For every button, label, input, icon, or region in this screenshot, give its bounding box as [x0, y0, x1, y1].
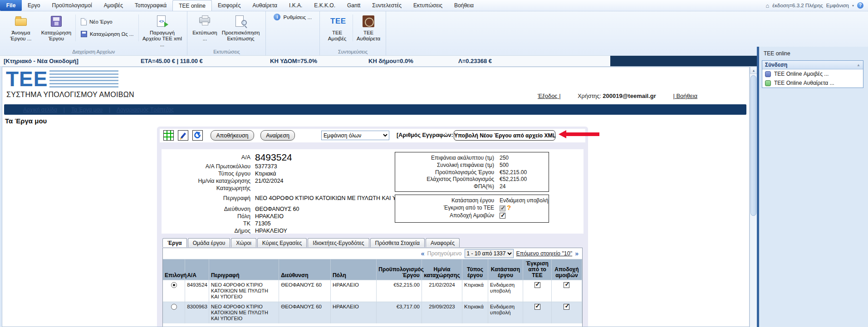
logout-link[interactable]: Έξοδος | [538, 93, 561, 99]
scroll-up-icon[interactable]: ▲ [750, 67, 757, 74]
menu-item-amoives[interactable]: Αμοιβές [98, 0, 129, 11]
collapse-icon[interactable]: ▲ [857, 63, 860, 67]
tee-approved-checkbox[interactable] [535, 304, 540, 310]
tab-anafores[interactable]: Αναφορές [426, 238, 460, 247]
nav-home-link[interactable]: Αρχική σελίδα [23, 107, 57, 113]
previous-page-link[interactable]: Προηγούμενο [427, 250, 461, 257]
ribbon-group-file-management: Άνοιγμα Έργου ... Καταχώρηση Έργου Νέο Έ… [0, 11, 187, 55]
help-link[interactable]: | Βοήθεια [673, 93, 697, 99]
menu-item-voitheia[interactable]: Βοήθεια [448, 0, 480, 11]
generate-tee-xml-button[interactable]: <> Παραγωγή Αρχείου ΤΕΕ xml ... [140, 14, 184, 48]
sidepanel-item-tee-online-amoives[interactable]: ΤΕΕ Online Αμοιβές ... [762, 69, 863, 78]
save-button[interactable]: Αποθήκευση [211, 130, 254, 141]
page-range-select[interactable]: 1 - 10 από 1337 [465, 249, 514, 258]
min-budget-value: €52,215.00 [500, 176, 545, 183]
tab-choroi[interactable]: Χώροι [231, 238, 256, 247]
chevron-down-icon[interactable]: ▾ [852, 4, 854, 8]
next-page-link[interactable]: Επόμενο στοιχείο "10" [516, 250, 573, 257]
edit-pencil-icon[interactable] [178, 130, 188, 141]
chevron-right-icon[interactable]: » [575, 250, 579, 257]
table-row[interactable]: 8300963 ΝΕΟ 4ΟΡΟΦΟ ΚΤΙΡΙΟ ΚΑΤΟΙΚΙΩΝ ΜΕ Π… [163, 302, 582, 324]
tee-logo-icon: ΤΕΕ [330, 15, 344, 28]
menu-item-authaireta[interactable]: Αυθαίρετα [246, 0, 283, 11]
display-menu[interactable]: Εμφάνιση [826, 3, 849, 8]
tab-kyries-ergasies[interactable]: Κύριες Εργασίες [257, 238, 307, 247]
ribbon-group-label: Διαχείριση Αρχείων [0, 49, 187, 54]
annotation-arrow [559, 130, 600, 138]
project-detail-form: Α/Α 8493524 Α/Α Πρωτοκόλλου 5377373 Τύπο… [162, 149, 584, 234]
new-project-button[interactable]: Νέο Έργο [81, 18, 133, 25]
nav-my-projects-link[interactable]: Τα Έργα μου [71, 107, 103, 113]
webview-navbar: Αρχική σελίδα | Τα Έργα μου | Λογαριασμό… [4, 104, 746, 115]
detail-tabs: Έργα Ομάδα έργου Χώροι Κύριες Εργασίες Ι… [162, 238, 461, 247]
menu-item-topografika[interactable]: Τοπογραφικά [129, 0, 172, 11]
tab-erga[interactable]: Έργα [162, 238, 187, 247]
sidepanel-item-tee-online-authaireta[interactable]: ΤΕΕ Online Αυθαίρετα ... [762, 78, 863, 88]
nav-bank-account-link[interactable]: Λογαριασμός Τράπεζας [117, 107, 174, 113]
row-select-radio[interactable] [171, 282, 177, 288]
menu-item-ergo[interactable]: Εργο [22, 0, 46, 11]
status-kh-dimou: ΚΗ δήμου=0.0% [368, 56, 413, 67]
xml-upload-button[interactable]: Υποβολή Νέου Έργου από αρχείο XML [454, 130, 555, 141]
menu-item-ektyposeis[interactable]: Εκτυπώσεις [407, 0, 448, 11]
username: 200019@teemail.gr [603, 93, 656, 99]
fees-accepted-checkbox[interactable] [564, 304, 569, 310]
tee-authaireta-shortcut-button[interactable]: ΤΕΕ Αυθαίρετα [354, 14, 383, 42]
ribbon-separator [75, 15, 76, 41]
tee-authaireta-logo-icon [362, 15, 375, 28]
fees-accept-checkbox[interactable] [500, 213, 505, 219]
tee-approved-checkbox[interactable] [535, 282, 540, 288]
menu-item-tee-online[interactable]: ΤΕΕ online [172, 0, 212, 11]
table-header-row: Επιλογή Α/Α Περιγραφή Διεύθυνση Πόλη Προ… [163, 259, 582, 280]
register-project-button[interactable]: Καταχώρηση Έργου [39, 14, 74, 42]
open-project-button[interactable]: Άνοιγμα Έργου ... [3, 14, 39, 42]
refresh-icon[interactable] [192, 130, 203, 141]
menu-item-proypologismoi[interactable]: Προϋπολογισμοί [46, 0, 98, 11]
menu-item-eisfores[interactable]: Εισφορές [212, 0, 247, 11]
tab-omada-ergou[interactable]: Ομάδα έργου [188, 238, 230, 247]
total-area-value: 500 [500, 162, 545, 169]
menu-item-syntelestes[interactable]: Συντελεστές [366, 0, 407, 11]
new-file-icon [81, 18, 87, 25]
status-kh-ydom: ΚΗ ΥΔΟΜ=75.0% [270, 56, 317, 67]
print-preview-button[interactable]: Προεπισκόπηση Εκτύπωσης [219, 14, 262, 42]
user-info: Χρήστης: 200019@teemail.gr [578, 93, 656, 99]
help-icon[interactable]: ? [857, 2, 863, 9]
menu-item-ekko[interactable]: Ε.Κ.Κ.Ο. [308, 0, 341, 11]
col-egkrisi-tee: Έγκριση από το ΤΕΕ [523, 259, 552, 280]
print-button[interactable]: Εκτύπωση ... [191, 14, 219, 42]
protocol-value: 5377373 [255, 163, 277, 170]
filter-select[interactable]: Εμφάνιση όλων [321, 131, 389, 140]
menu-item-gantt[interactable]: Gantt [341, 0, 366, 11]
tab-idioktites-ergodotes[interactable]: Ιδιοκτήτες-Εργοδότες [308, 238, 369, 247]
surface-budget-box: Επιφάνεια ακάλυπτου (τμ)250 Συνολική επι… [395, 152, 549, 192]
fees-accepted-checkbox[interactable] [564, 282, 569, 288]
tee-online-amoives-icon [765, 71, 771, 77]
project-id-value: 8493524 [255, 152, 292, 163]
tee-logo-text: ΤΕΕ [6, 69, 48, 88]
settings-button[interactable]: i Ρυθμίσεις ... [274, 14, 312, 20]
home-icon[interactable]: ⌂ [765, 2, 769, 9]
help-question-icon[interactable]: ? [507, 204, 511, 211]
scrollbar-thumb[interactable] [750, 75, 756, 216]
tee-amoives-shortcut-button[interactable]: ΤΕΕ ΤΕΕ Αμοιβές [323, 14, 351, 42]
chevron-left-icon[interactable]: « [421, 250, 425, 257]
grid-add-icon[interactable] [163, 130, 174, 141]
register-as-button[interactable]: Καταχώρηση Ως ... [81, 31, 133, 37]
connection-header[interactable]: Σύνδεση ▲ [762, 61, 863, 69]
col-dieythynsi: Διεύθυνση [279, 259, 331, 280]
file-tab[interactable]: File [0, 0, 22, 11]
col-proypologismos: Προϋπολογισμός Έργου [377, 259, 422, 280]
tab-prostheta-stoicheia[interactable]: Πρόσθετα Στοιχεία [370, 238, 425, 247]
ribbon-group-shortcuts: ΤΕΕ ΤΕΕ Αμοιβές ΤΕΕ Αυθαίρετα Συντομεύσε… [320, 11, 386, 55]
registration-date-value: 21/02/2024 [255, 177, 284, 185]
tee-approval-checkbox[interactable] [500, 205, 505, 211]
row-select-radio[interactable] [171, 304, 177, 310]
menu-item-ika[interactable]: Ι.Κ.Α. [283, 0, 308, 11]
table-row[interactable]: 8493524 ΝΕΟ 4ΟΡΟΦΟ ΚΤΙΡΙΟ ΚΑΤΟΙΚΙΩΝ ΜΕ Π… [163, 280, 582, 302]
undo-button[interactable]: Αναίρεση [260, 130, 295, 141]
ribbon-separator [353, 15, 353, 41]
status-project-type: [Κτηριακό - Νέα Οικοδομή] [4, 56, 78, 67]
vertical-scrollbar[interactable]: ▲ [750, 67, 757, 327]
status-lambda: Λ=0.23368 € [458, 56, 492, 67]
